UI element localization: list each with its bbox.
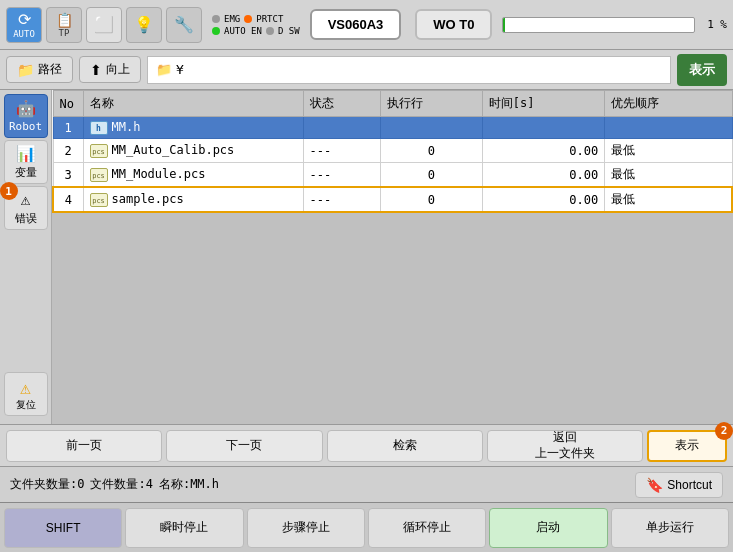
row-exec: 0 [380,163,482,188]
file-name-status: 名称:MM.h [159,476,219,493]
start-button[interactable]: 启动 [489,508,607,548]
show-button-top[interactable]: 表示 [677,54,727,86]
table-row[interactable]: 4pcssample.pcs---00.00最低 [53,187,732,212]
row-no: 2 [53,139,83,163]
show-badge: 2 [715,422,733,440]
row-status: --- [303,163,380,188]
left-sidebar: 🤖 Robot 📊 变量 ⚠ 错误 1 ⚠ 复位 [0,90,52,424]
col-no: No [53,91,83,117]
row-status: --- [303,139,380,163]
sidebar-item-variable[interactable]: 📊 变量 [4,140,48,184]
row-priority [605,117,732,139]
device1-button[interactable]: VS060A3 [310,9,402,40]
loop-stop-button[interactable]: 循环停止 [368,508,486,548]
status-bar: 文件夹数量:0 文件数量:4 名称:MM.h 🔖 Shortcut [0,466,733,502]
robot-icon: 🤖 [16,99,36,118]
instant-stop-button[interactable]: 瞬时停止 [125,508,243,548]
table-row[interactable]: 2pcsMM_Auto_Calib.pcs---00.00最低 [53,139,732,163]
file-area: No 名称 状态 执行行 时间[s] [52,90,733,424]
row-exec: 0 [380,139,482,163]
progress-area: 1 % [502,17,727,33]
empty-area [52,213,733,424]
row-name: pcsMM_Module.pcs [83,163,303,188]
bulb-icon[interactable]: 💡 [126,7,162,43]
row-no: 3 [53,163,83,188]
col-time: 时间[s] [482,91,604,117]
row-time: 0.00 [482,163,604,188]
col-exec: 执行行 [380,91,482,117]
emg-dot [212,15,220,23]
tool-icon[interactable]: 🔧 [166,7,202,43]
row-priority: 最低 [605,163,732,188]
path-display: 📁 ¥ [147,56,671,84]
tp-icon[interactable]: 📋 TP [46,7,82,43]
step-stop-button[interactable]: 步骤停止 [247,508,365,548]
col-name: 名称 [83,91,303,117]
next-page-button[interactable]: 下一页 [166,430,322,462]
path-bar: 📁 路径 ⬆ 向上 📁 ¥ 表示 [0,50,733,90]
search-button[interactable]: 检索 [327,430,483,462]
row-name: pcsMM_Auto_Calib.pcs [83,139,303,163]
autoen-dot [212,27,220,35]
dsw-dot [266,27,274,35]
shortcut-button[interactable]: 🔖 Shortcut [635,472,723,498]
table-row[interactable]: 1hMM.h [53,117,732,139]
col-status: 状态 [303,91,380,117]
row-exec: 0 [380,187,482,212]
bottom-action-bar: SHIFT 瞬时停止 步骤停止 循环停止 启动 单步运行 [0,502,733,552]
row-time: 0.00 [482,139,604,163]
prtct-dot [244,15,252,23]
row-priority: 最低 [605,139,732,163]
file-count: 文件数量:4 [90,476,152,493]
row-name: pcssample.pcs [83,187,303,212]
status-indicators: EMG PRTCT AUTO EN D SW [212,14,300,36]
shift-button[interactable]: SHIFT [4,508,122,548]
warning-icon: ⚠ [20,377,31,398]
single-run-button[interactable]: 单步运行 [611,508,729,548]
sidebar-item-robot[interactable]: 🤖 Robot [4,94,48,138]
stop-icon[interactable]: ⬜ [86,7,122,43]
path-back-button[interactable]: 📁 路径 [6,56,73,83]
file-table: No 名称 状态 执行行 时间[s] [52,90,733,213]
error-badge: 1 [0,182,18,200]
folder-count: 文件夹数量:0 [10,476,84,493]
device2-button[interactable]: WO T0 [415,9,492,40]
variable-icon: 📊 [16,144,36,163]
row-exec [380,117,482,139]
row-no: 4 [53,187,83,212]
table-row[interactable]: 3pcsMM_Module.pcs---00.00最低 [53,163,732,188]
error-icon: ⚠ [21,190,31,209]
button-bar: 前一页 下一页 检索 返回上一文件夹 表示 2 [0,424,733,466]
bookmark-icon: 🔖 [646,477,663,493]
progress-bar [502,17,695,33]
row-priority: 最低 [605,187,732,212]
sidebar-item-reset[interactable]: ⚠ 复位 [4,372,48,416]
prev-page-button[interactable]: 前一页 [6,430,162,462]
row-name: hMM.h [83,117,303,139]
auto-icon[interactable]: ⟳ AUTO [6,7,42,43]
row-time: 0.00 [482,187,604,212]
top-toolbar: ⟳ AUTO 📋 TP ⬜ 💡 🔧 EMG PRTCT AUTO EN [0,0,733,50]
path-up-button[interactable]: ⬆ 向上 [79,56,141,83]
return-folder-button[interactable]: 返回上一文件夹 [487,430,643,462]
progress-bar-fill [503,18,505,32]
row-no: 1 [53,117,83,139]
row-time [482,117,604,139]
row-status [303,117,380,139]
progress-percent: 1 % [699,18,727,31]
row-status: --- [303,187,380,212]
col-priority: 优先顺序 [605,91,732,117]
